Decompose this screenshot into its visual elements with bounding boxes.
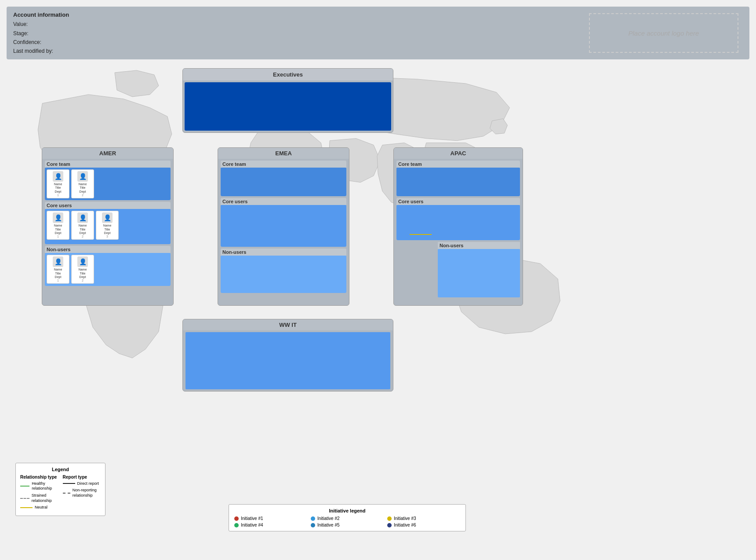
initiative-item-5: Initiative #5 xyxy=(311,523,384,527)
emea-non-users-label: Non-users xyxy=(221,249,346,256)
amer-nu-icon-2: 👤 xyxy=(77,256,88,267)
initiative-legend-grid: Initiative #1 Initiative #2 Initiative #… xyxy=(234,516,460,527)
amer-nu-card-2[interactable]: 👤 NameTitleDept 2 xyxy=(71,255,94,284)
amer-cu-icon-2: 👤 xyxy=(77,212,88,223)
apac-core-users-section: Core users xyxy=(396,198,520,240)
report-type-col: Report type Direct report Non-reporting … xyxy=(63,475,101,512)
apac-non-users-wrapper: Non-users xyxy=(438,242,520,297)
world-map-svg xyxy=(0,68,756,560)
yellow-line-detail xyxy=(410,234,432,235)
initiative-label-1: Initiative #1 xyxy=(241,516,263,521)
relationship-type-col: Relationship type Healthy relationship S… xyxy=(20,475,58,512)
wwit-header: WW IT xyxy=(183,319,393,330)
amer-cu-card-3[interactable]: 👤 NameTitleDept 3 xyxy=(96,211,119,240)
apac-core-users-label: Core users xyxy=(396,198,520,205)
amer-nu-card-1[interactable]: 👤 NameTitleDept 1 xyxy=(47,255,69,284)
legend-title: Legend xyxy=(20,467,101,472)
report-type-header: Report type xyxy=(63,475,101,479)
amer-nu-icon-1: 👤 xyxy=(53,256,63,267)
initiative-dot-5 xyxy=(311,523,315,527)
initiative-label-6: Initiative #6 xyxy=(394,523,416,527)
initiative-item-6: Initiative #6 xyxy=(387,523,460,527)
initiative-legend-title: Initiative legend xyxy=(234,508,460,513)
initiative-label-3: Initiative #3 xyxy=(394,516,416,521)
wwit-inner xyxy=(185,332,390,389)
initiative-item-1: Initiative #1 xyxy=(234,516,307,521)
executives-header: Executives xyxy=(183,69,393,81)
initiative-label-5: Initiative #5 xyxy=(317,523,340,527)
amer-cu-card-1[interactable]: 👤 NameTitleDept 1 xyxy=(47,211,69,240)
wwit-region: WW IT xyxy=(182,319,393,392)
emea-core-team-section: Core team xyxy=(221,161,346,196)
neutral-label: Neutral xyxy=(35,505,47,510)
healthy-label: Healthy relationship xyxy=(32,481,58,491)
amer-core-team-label: Core team xyxy=(45,161,171,168)
healthy-line-icon xyxy=(20,486,29,487)
emea-region: EMEA Core team Core users Non-users xyxy=(218,147,349,306)
relationship-type-header: Relationship type xyxy=(20,475,58,479)
strained-label: Strained relationship xyxy=(32,493,58,503)
amer-person-card-2[interactable]: 👤 NameTitleDept 2 xyxy=(71,169,94,198)
emea-core-users-inner xyxy=(221,205,346,247)
amer-core-users-label: Core users xyxy=(45,202,171,209)
amer-non-users-label: Non-users xyxy=(45,246,171,253)
legend-columns: Relationship type Healthy relationship S… xyxy=(20,475,101,512)
strained-line-icon xyxy=(20,498,29,499)
neutral-line-icon xyxy=(20,507,33,508)
direct-legend-item: Direct report xyxy=(63,481,101,487)
account-header: Account information Value: Stage: Confid… xyxy=(7,7,749,59)
initiative-dot-2 xyxy=(311,516,315,521)
last-modified-label: Last modified by: xyxy=(13,47,69,55)
amer-core-users-inner: 👤 NameTitleDept 1 👤 NameTitleDept 2 👤 Na… xyxy=(45,209,171,244)
initiative-legend-box: Initiative legend Initiative #1 Initiati… xyxy=(229,504,466,531)
initiative-label-2: Initiative #2 xyxy=(317,516,340,521)
direct-label: Direct report xyxy=(77,481,99,487)
amer-core-team-section: Core team 👤 NameTitleDept 1 👤 NameTitleD… xyxy=(45,161,171,200)
account-logo-placeholder: Place account logo here xyxy=(589,13,738,53)
account-title: Account information xyxy=(13,10,69,20)
strained-legend-item: Strained relationship xyxy=(20,493,58,503)
nonreporting-label: Non-reporting relationship xyxy=(73,488,101,498)
amer-region: AMER Core team 👤 NameTitleDept 1 👤 NameT… xyxy=(42,147,174,306)
initiative-item-3: Initiative #3 xyxy=(387,516,460,521)
apac-header: APAC xyxy=(394,148,523,159)
legend-box: Legend Relationship type Healthy relatio… xyxy=(15,463,105,516)
healthy-legend-item: Healthy relationship xyxy=(20,481,58,491)
value-label: Value: xyxy=(13,20,69,29)
amer-person-card-1[interactable]: 👤 NameTitleDept 1 xyxy=(47,169,69,198)
confidence-label: Confidence: xyxy=(13,38,69,47)
apac-core-team-section: Core team xyxy=(396,161,520,196)
executives-inner xyxy=(185,82,391,131)
apac-core-team-label: Core team xyxy=(396,161,520,168)
initiative-dot-6 xyxy=(387,523,392,527)
amer-core-users-section: Core users 👤 NameTitleDept 1 👤 NameTitle… xyxy=(45,202,171,244)
initiative-label-4: Initiative #4 xyxy=(241,523,263,527)
emea-non-users-inner xyxy=(221,256,346,293)
amer-person-icon-2: 👤 xyxy=(77,171,88,182)
emea-core-team-inner xyxy=(221,168,346,196)
amer-cu-icon-1: 👤 xyxy=(53,212,63,223)
amer-cu-card-2[interactable]: 👤 NameTitleDept 2 xyxy=(71,211,94,240)
emea-core-users-label: Core users xyxy=(221,198,346,205)
emea-core-users-section: Core users xyxy=(221,198,346,247)
executives-region: Executives xyxy=(182,68,393,133)
apac-core-team-inner xyxy=(396,168,520,196)
nonreporting-legend-item: Non-reporting relationship xyxy=(63,488,101,498)
apac-core-users-inner xyxy=(396,205,520,240)
amer-non-users-section: Non-users 👤 NameTitleDept 1 👤 NameTitleD… xyxy=(45,246,171,286)
initiative-dot-4 xyxy=(234,523,239,527)
direct-line-icon xyxy=(63,483,75,484)
emea-non-users-section: Non-users xyxy=(221,249,346,293)
amer-non-users-inner: 👤 NameTitleDept 1 👤 NameTitleDept 2 xyxy=(45,253,171,286)
stage-label: Stage: xyxy=(13,29,69,38)
emea-header: EMEA xyxy=(218,148,349,159)
initiative-dot-3 xyxy=(387,516,392,521)
apac-non-users-label: Non-users xyxy=(438,242,520,249)
apac-non-users-inner xyxy=(438,249,520,297)
world-map-background xyxy=(0,68,756,560)
apac-region: APAC Core team Core users Non-users xyxy=(393,147,523,306)
amer-person-icon-1: 👤 xyxy=(53,171,63,182)
initiative-item-4: Initiative #4 xyxy=(234,523,307,527)
nonreporting-line-icon xyxy=(63,493,70,494)
account-info: Account information Value: Stage: Confid… xyxy=(13,10,69,56)
